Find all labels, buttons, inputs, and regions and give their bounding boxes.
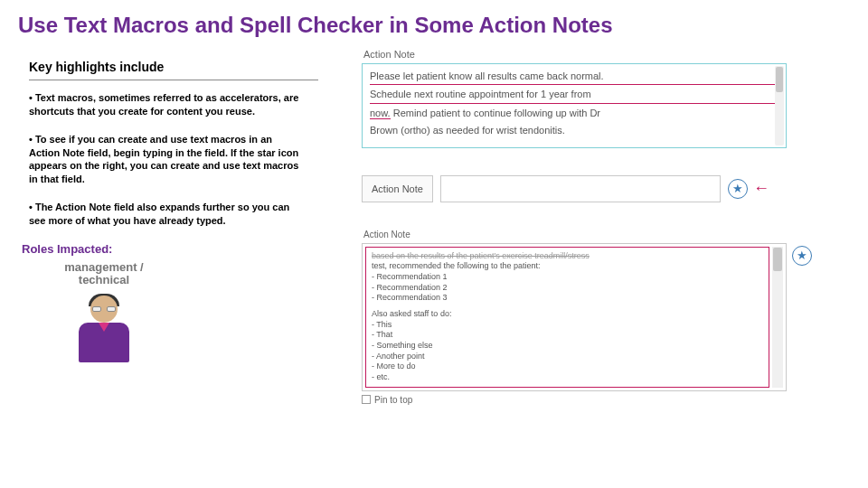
exp-line: - Recommendation 3 (372, 293, 763, 304)
exp-line: - That (372, 330, 763, 341)
exp-line: - Recommendation 1 (372, 272, 763, 283)
panel-label: Action Note (362, 230, 787, 239)
exp-line: - More to do (372, 361, 763, 372)
role-avatar-block: management / technical (54, 261, 344, 363)
action-note-filled-panel: Action Note Please let patient know all … (362, 49, 850, 148)
subheading: Key highlights include (18, 60, 344, 74)
exp-line: - Another point (372, 352, 763, 362)
note-line-3: now. Remind patient to continue followin… (370, 107, 778, 121)
pin-label: Pin to top (374, 395, 412, 405)
action-note-empty-panel: Action Note ★ ← (362, 175, 850, 202)
field-label: Action Note (362, 175, 433, 202)
left-column: Key highlights include • Text macros, so… (18, 43, 344, 421)
note-line-2: Schedule next routine appointment for 1 … (370, 88, 778, 103)
bullet-2: • To see if you can create and use text … (29, 133, 300, 186)
slide-title: Use Text Macros and Spell Checker in Som… (0, 0, 868, 43)
role-name: management / technical (54, 261, 154, 287)
right-column: Action Note Please let patient know all … (344, 43, 850, 421)
exp-line-top: based on the results of the patient's ex… (372, 251, 763, 262)
roles-impacted-label: Roles Impacted: (22, 242, 344, 256)
exp-line: - Recommendation 2 (372, 283, 763, 294)
note-line-1: Please let patient know all results came… (370, 70, 778, 85)
exp-line: Also asked staff to do: (372, 309, 763, 320)
scrollbar[interactable] (775, 66, 784, 145)
note-line-4: Brown (ortho) as needed for wrist tendon… (370, 124, 778, 138)
panel-label: Action Note (362, 49, 850, 60)
exp-line: test, recommended the following to the p… (372, 261, 763, 272)
exp-line: - Something else (372, 341, 763, 352)
exp-line: - etc. (372, 372, 763, 383)
star-icon[interactable]: ★ (792, 246, 812, 266)
expanded-note-textarea[interactable]: based on the results of the patient's ex… (365, 247, 769, 388)
action-note-input[interactable] (440, 175, 721, 202)
pin-to-top-row: Pin to top (362, 395, 787, 405)
action-note-textarea[interactable]: Please let patient know all results came… (362, 63, 787, 148)
arrow-icon: ← (753, 179, 769, 198)
exp-line: - This (372, 320, 763, 331)
bullet-3: • The Action Note field also expands fur… (29, 201, 300, 228)
pin-checkbox[interactable] (362, 395, 371, 404)
divider (29, 80, 318, 80)
avatar-icon (72, 290, 136, 362)
scrollbar[interactable] (772, 247, 783, 388)
star-icon[interactable]: ★ (728, 179, 748, 199)
content-columns: Key highlights include • Text macros, so… (0, 43, 868, 421)
action-note-expanded-panel: Action Note based on the results of the … (362, 230, 787, 405)
bullet-1: • Text macros, sometimes referred to as … (29, 91, 300, 118)
